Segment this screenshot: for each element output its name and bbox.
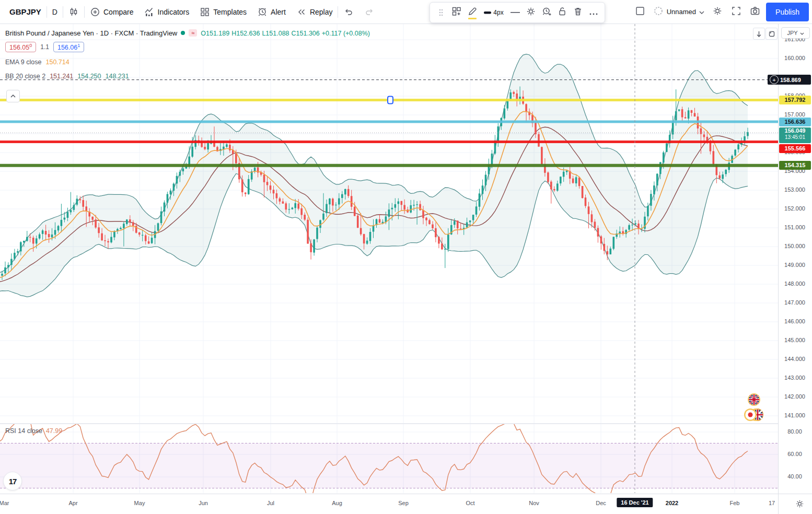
price-tick: 160.000 — [779, 55, 811, 61]
trash-icon — [573, 6, 583, 19]
fullscreen-button[interactable] — [728, 4, 744, 20]
undo-button[interactable] — [338, 0, 359, 24]
tradingview-logo[interactable]: 17 — [3, 472, 22, 490]
currency-label: JPY — [787, 30, 797, 36]
alert-label: Alert — [271, 8, 286, 16]
price-tick: 142.000 — [779, 393, 811, 400]
open-value: O151.189 — [201, 30, 229, 37]
lock-button[interactable] — [554, 5, 570, 20]
tradingview-app: GBPJPY D Compare Indicators Templates — [0, 0, 812, 514]
collapse-legend-button[interactable] — [6, 90, 20, 102]
gbp-coin-icon — [748, 393, 760, 406]
price-tick: 150.000 — [779, 243, 811, 249]
bb-legend-row[interactable]: BB 20 close 2 151.241 154.250 148.231 — [5, 72, 372, 81]
sell-button[interactable]: 156.050 — [5, 42, 36, 52]
current-price: 156.049 — [779, 127, 811, 134]
currency-toggle-button[interactable]: JPY — [781, 27, 810, 39]
draw-pencil-button[interactable] — [465, 5, 480, 20]
drawing-settings-button[interactable] — [523, 5, 539, 20]
alert-plus-icon[interactable]: + — [770, 75, 779, 84]
line-price-label: 156.636 — [779, 118, 811, 126]
replay-button[interactable]: Replay — [291, 0, 338, 24]
bb-label: BB 20 close 2 — [5, 73, 45, 80]
alert-price-label: +158.869 — [768, 75, 811, 85]
add-layout-button[interactable] — [449, 5, 465, 20]
interval-label: D — [52, 8, 57, 16]
price-tick: 145.000 — [779, 337, 811, 343]
symbol-button[interactable]: GBPJPY — [4, 0, 47, 24]
rsi-tick: 80.00 — [779, 428, 811, 435]
time-tick: Nov — [529, 500, 539, 506]
rsi-legend-row[interactable]: RSI 14 close 47.99 — [5, 427, 62, 435]
green-dot-icon — [181, 31, 185, 35]
rsi-value: 47.99 — [46, 427, 62, 435]
remove-drawings-button[interactable] — [570, 5, 586, 20]
indicators-label: Indicators — [158, 8, 190, 16]
indicators-icon — [144, 7, 155, 17]
cloud-icon — [653, 6, 664, 18]
layout-select-button[interactable] — [632, 4, 648, 20]
publish-button[interactable]: Publish — [766, 3, 809, 21]
time-axis[interactable]: MarAprMayJunJulAugSepOctNovDec16 Dec '21… — [0, 494, 812, 514]
bid-sup: 0 — [29, 43, 32, 48]
price-tick: 143.000 — [779, 375, 811, 381]
more-options-button[interactable] — [586, 5, 601, 20]
price-axis[interactable]: JPY 141.000142.000143.000144.000145.0001… — [778, 24, 812, 494]
axis-corner-separator — [778, 494, 779, 514]
redo-button[interactable] — [359, 0, 380, 24]
buy-button[interactable]: 156.061 — [53, 42, 84, 52]
interval-button[interactable]: D — [47, 0, 63, 24]
snapshot-button[interactable] — [747, 4, 763, 20]
indicators-button[interactable]: Indicators — [139, 0, 195, 24]
price-tick: 144.000 — [779, 356, 811, 362]
add-alert-button[interactable] — [539, 5, 554, 20]
rsi-tick: 40.00 — [779, 473, 811, 480]
line-width-icon — [484, 9, 491, 16]
time-axis-settings-icon[interactable] — [795, 499, 805, 511]
layout-square-icon — [635, 6, 645, 18]
line-price-label: 155.566 — [779, 144, 811, 153]
line-width-button[interactable]: 4px — [480, 5, 507, 20]
ask-price: 156.06 — [57, 44, 77, 51]
compare-button[interactable]: Compare — [85, 0, 139, 24]
drag-handle-icon[interactable] — [433, 5, 449, 20]
alarm-icon — [257, 7, 268, 17]
price-tick: 146.000 — [779, 318, 811, 324]
ask-sup: 1 — [77, 43, 80, 48]
horizontal-line-icon[interactable] — [507, 5, 523, 20]
symbol-title[interactable]: British Pound / Japanese Yen · 1D · FXCM… — [5, 29, 177, 37]
time-tick: Jul — [267, 500, 274, 506]
rsi-tick: 60.00 — [779, 451, 811, 457]
time-tick: Jun — [199, 500, 208, 506]
symbol-label: GBPJPY — [9, 7, 41, 16]
templates-button[interactable]: Templates — [194, 0, 252, 24]
rsi-label: RSI 14 close — [5, 427, 42, 435]
symbol-toolbar: GBPJPY D Compare Indicators Templates — [4, 0, 380, 24]
plus-circle-icon — [90, 7, 100, 17]
add-layout-icon — [451, 6, 462, 19]
templates-icon — [200, 7, 210, 17]
fullscreen-icon — [731, 6, 741, 18]
delayed-data-icon[interactable]: ≈ — [189, 29, 197, 37]
price-tick: 157.000 — [779, 111, 811, 118]
gear-icon — [526, 6, 536, 19]
maximize-pane-button[interactable] — [765, 28, 778, 40]
redo-icon — [364, 7, 375, 17]
time-tick: Feb — [730, 500, 740, 506]
chart-area: British Pound / Japanese Yen · 1D · FXCM… — [0, 24, 812, 514]
chart-properties-button[interactable] — [710, 4, 725, 20]
alert-button[interactable]: Alert — [252, 0, 291, 24]
bb-lower-value: 148.231 — [106, 73, 129, 80]
high-value: H152.636 — [231, 30, 260, 37]
layout-name-button[interactable]: Unnamed — [651, 6, 706, 18]
price-tick: 151.000 — [779, 224, 811, 230]
ema-legend-row[interactable]: EMA 9 close 150.714 — [5, 57, 372, 67]
time-tick: Aug — [332, 500, 342, 506]
ohlc-values: O151.189H152.636L151.088C151.306+0.117 (… — [201, 29, 372, 37]
replay-label: Replay — [310, 8, 333, 16]
drawing-toolbar: 4px — [430, 2, 605, 23]
chart-type-button[interactable] — [63, 0, 84, 24]
chart-legend: British Pound / Japanese Yen · 1D · FXCM… — [5, 28, 372, 81]
scroll-down-button[interactable] — [753, 28, 765, 40]
time-tick: Apr — [68, 500, 77, 506]
